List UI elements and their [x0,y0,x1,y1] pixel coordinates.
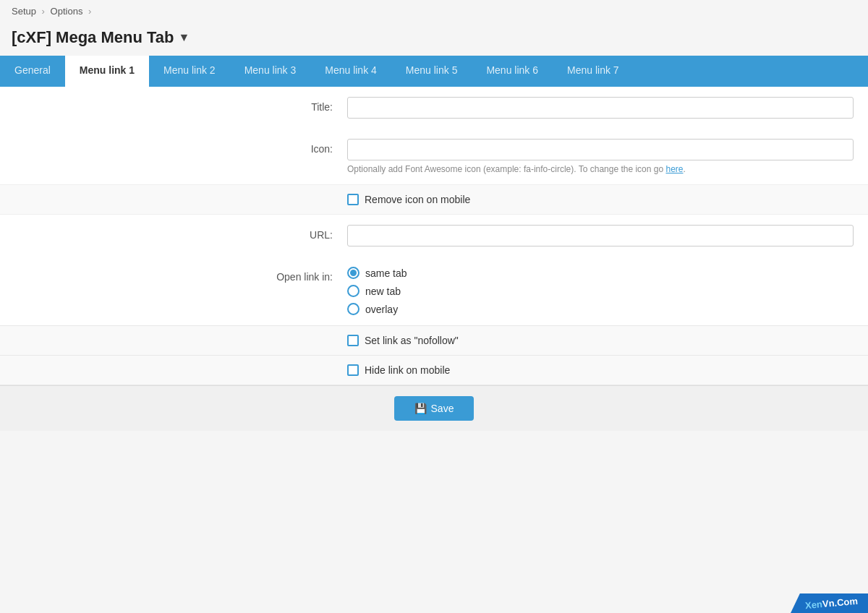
nofollow-checkbox[interactable] [347,335,359,346]
save-button-label: Save [431,403,454,414]
breadcrumb-options[interactable]: Options [51,6,83,17]
breadcrumb-setup[interactable]: Setup [12,6,36,17]
radio-same-tab-label: same tab [365,267,407,279]
remove-icon-checkbox-control[interactable]: Remove icon on mobile [347,194,470,205]
hide-link-checkbox-control[interactable]: Hide link on mobile [347,364,450,376]
remove-icon-checkbox[interactable] [347,194,359,205]
icon-control-wrapper: Optionally add Font Awesome icon (exampl… [347,139,854,174]
nofollow-label: Set link as "nofollow" [365,335,459,346]
icon-input[interactable] [347,139,854,160]
nofollow-row: Set link as "nofollow" [0,326,868,356]
radio-overlay-input[interactable] [347,303,359,315]
page-title-text: [cXF] Mega Menu Tab [12,28,174,47]
breadcrumb-sep2: › [88,6,91,17]
radio-overlay-label: overlay [365,304,398,315]
tab-menulink5[interactable]: Menu link 5 [391,56,472,87]
tab-menulink3[interactable]: Menu link 3 [230,56,311,87]
open-link-row: Open link in: same tab new tab overlay [0,257,868,326]
tab-menulink2[interactable]: Menu link 2 [149,56,230,87]
url-label: URL: [14,225,347,241]
hide-link-label: Hide link on mobile [365,364,450,376]
tab-menulink4[interactable]: Menu link 4 [310,56,391,87]
radio-overlay[interactable]: overlay [347,303,854,315]
save-bar: 💾 Save [0,385,868,431]
save-button[interactable]: 💾 Save [394,396,475,421]
hide-link-row: Hide link on mobile [0,356,868,385]
radio-same-tab[interactable]: same tab [347,267,854,279]
url-row: URL: [0,215,868,257]
icon-label: Icon: [14,139,347,155]
radio-new-tab-input[interactable] [347,285,359,297]
breadcrumb-sep1: › [42,6,45,17]
icon-help-link[interactable]: here [665,164,683,174]
url-control-wrapper [347,225,854,247]
remove-icon-label: Remove icon on mobile [365,194,470,205]
title-control-wrapper [347,97,854,119]
save-icon: 💾 [414,403,427,414]
content-area: Title: Icon: Optionally add Font Awesome… [0,87,868,385]
tab-menulink7[interactable]: Menu link 7 [553,56,634,87]
radio-new-tab-label: new tab [365,286,401,297]
radio-group: same tab new tab overlay [347,267,854,315]
title-label: Title: [14,97,347,113]
tab-menulink1[interactable]: Menu link 1 [65,56,149,87]
title-row: Title: [0,87,868,129]
radio-new-tab[interactable]: new tab [347,285,854,297]
open-link-control-wrapper: same tab new tab overlay [347,267,854,315]
icon-help-text: Optionally add Font Awesome icon (exampl… [347,164,854,174]
tabs-bar: General Menu link 1 Menu link 2 Menu lin… [0,56,868,87]
hide-link-checkbox[interactable] [347,364,359,376]
icon-row: Icon: Optionally add Font Awesome icon (… [0,129,868,184]
page-title: [cXF] Mega Menu Tab ▼ [0,22,868,56]
breadcrumb: Setup › Options › [0,0,868,22]
radio-same-tab-input[interactable] [347,267,359,279]
title-dropdown-arrow[interactable]: ▼ [179,31,190,44]
open-link-label: Open link in: [14,267,347,283]
nofollow-checkbox-control[interactable]: Set link as "nofollow" [347,335,459,346]
url-input[interactable] [347,225,854,247]
tab-general[interactable]: General [0,56,65,87]
remove-icon-row: Remove icon on mobile [0,184,868,215]
title-input[interactable] [347,97,854,119]
tab-menulink6[interactable]: Menu link 6 [472,56,553,87]
